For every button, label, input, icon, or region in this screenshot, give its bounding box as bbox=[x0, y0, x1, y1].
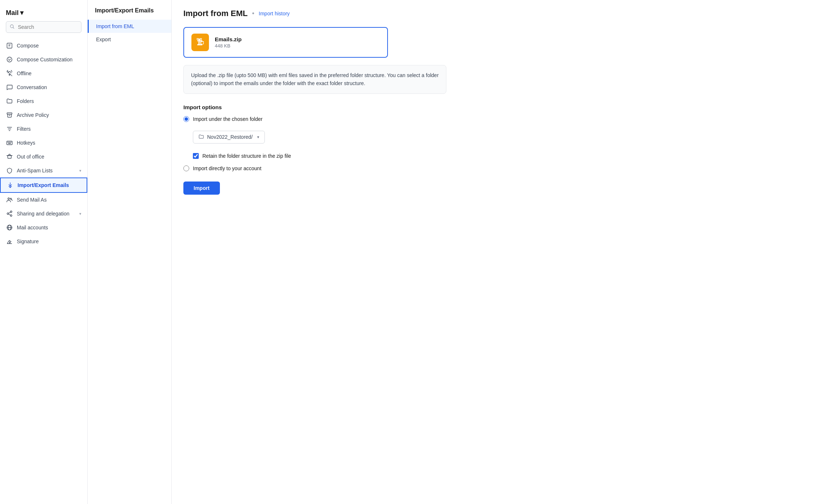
sidebar-item-import-export[interactable]: Import/Export Emails bbox=[0, 177, 87, 193]
sidebar-item-import-export-label: Import/Export Emails bbox=[18, 182, 81, 188]
sidebar-item-folders-label: Folders bbox=[17, 98, 81, 104]
offline-icon bbox=[6, 70, 13, 77]
sidebar-item-signature-label: Signature bbox=[17, 238, 81, 244]
search-input[interactable] bbox=[6, 21, 81, 33]
svg-point-21 bbox=[10, 198, 11, 199]
search-icon bbox=[9, 24, 15, 30]
anti-spam-chevron-icon: ▾ bbox=[79, 168, 81, 173]
checkbox-retain-label: Retain the folder structure in the zip f… bbox=[202, 153, 291, 159]
svg-point-23 bbox=[7, 213, 9, 215]
signature-icon bbox=[6, 238, 13, 245]
folder-select-chevron-icon: ▾ bbox=[257, 135, 259, 140]
folder-select[interactable]: Nov2022_Restored/ ▾ bbox=[193, 131, 265, 144]
svg-point-22 bbox=[10, 211, 12, 213]
file-card[interactable]: 🗜 Emails.zip 448 KB bbox=[183, 27, 388, 58]
sidebar-item-archive-policy[interactable]: Archive Policy bbox=[0, 108, 87, 122]
anti-spam-icon bbox=[6, 167, 13, 174]
sidebar-item-compose-customization-label: Compose Customization bbox=[17, 57, 81, 62]
filters-icon bbox=[6, 125, 13, 133]
middle-panel-title: Import/Export Emails bbox=[88, 7, 171, 20]
app-title-chevron: ▾ bbox=[20, 9, 23, 17]
send-mail-as-icon bbox=[6, 196, 13, 203]
svg-point-5 bbox=[7, 57, 12, 62]
middle-panel: Import/Export Emails Import from EML Exp… bbox=[88, 0, 172, 504]
svg-point-7 bbox=[9, 74, 10, 75]
folder-select-name: Nov2022_Restored/ bbox=[207, 134, 253, 140]
sidebar-item-hotkeys[interactable]: Hotkeys bbox=[0, 136, 87, 150]
radio-chosen-folder-input[interactable] bbox=[183, 116, 189, 122]
sidebar-item-sharing-delegation-label: Sharing and delegation bbox=[17, 211, 76, 217]
svg-rect-2 bbox=[7, 43, 12, 48]
file-info: Emails.zip 448 KB bbox=[215, 36, 241, 49]
file-size: 448 KB bbox=[215, 43, 241, 49]
middle-nav-import-eml[interactable]: Import from EML bbox=[88, 20, 171, 33]
file-zip-icon: 🗜 bbox=[191, 34, 209, 51]
sidebar-item-out-of-office[interactable]: Out of office bbox=[0, 150, 87, 164]
file-name: Emails.zip bbox=[215, 36, 241, 42]
search-box bbox=[6, 21, 81, 33]
sharing-chevron-icon: ▾ bbox=[79, 211, 81, 216]
sidebar-item-conversation[interactable]: Conversation bbox=[0, 80, 87, 94]
compose-icon bbox=[6, 42, 13, 49]
import-options-group: Import under the chosen folder Nov2022_R… bbox=[183, 116, 815, 171]
import-options-title: Import options bbox=[183, 104, 815, 110]
svg-point-24 bbox=[10, 215, 12, 217]
page-title: Import from EML bbox=[183, 9, 248, 18]
sidebar-item-offline-label: Offline bbox=[17, 70, 81, 76]
sidebar-item-compose-customization[interactable]: Compose Customization bbox=[0, 53, 87, 66]
compose-custom-icon bbox=[6, 56, 13, 63]
middle-nav-import-eml-label: Import from EML bbox=[96, 23, 134, 29]
main-content: Import from EML • Import history 🗜 Email… bbox=[172, 0, 827, 504]
sidebar: Mail ▾ Compose Compose Customization Off… bbox=[0, 0, 88, 504]
sidebar-item-conversation-label: Conversation bbox=[17, 84, 81, 90]
sidebar-item-compose-label: Compose bbox=[17, 43, 81, 49]
sidebar-item-send-mail-as[interactable]: Send Mail As bbox=[0, 193, 87, 207]
sidebar-item-folders[interactable]: Folders bbox=[0, 94, 87, 108]
svg-point-20 bbox=[8, 198, 10, 200]
sidebar-item-signature[interactable]: Signature bbox=[0, 234, 87, 248]
app-title[interactable]: Mail ▾ bbox=[6, 9, 81, 17]
radio-directly-label: Import directly to your account bbox=[193, 165, 262, 171]
folder-icon bbox=[198, 134, 204, 141]
conversation-icon bbox=[6, 84, 13, 91]
sidebar-item-anti-spam-label: Anti-Spam Lists bbox=[17, 168, 76, 173]
description-text: Upload the .zip file (upto 500 MB) with … bbox=[191, 72, 439, 86]
sidebar-item-filters[interactable]: Filters bbox=[0, 122, 87, 136]
radio-chosen-folder[interactable]: Import under the chosen folder bbox=[183, 116, 815, 122]
svg-line-25 bbox=[8, 212, 10, 213]
svg-line-26 bbox=[8, 214, 10, 215]
radio-chosen-folder-label: Import under the chosen folder bbox=[193, 116, 263, 122]
folders-icon bbox=[6, 98, 13, 105]
radio-directly-input[interactable] bbox=[183, 165, 189, 171]
out-of-office-icon bbox=[6, 153, 13, 160]
archive-icon bbox=[6, 111, 13, 119]
hotkeys-icon bbox=[6, 139, 13, 146]
sidebar-item-archive-policy-label: Archive Policy bbox=[17, 112, 81, 118]
middle-nav-export[interactable]: Export bbox=[88, 33, 171, 46]
sidebar-item-out-of-office-label: Out of office bbox=[17, 154, 81, 160]
page-header: Import from EML • Import history bbox=[183, 9, 815, 18]
sidebar-item-mail-accounts[interactable]: Mail accounts bbox=[0, 221, 87, 234]
sidebar-item-hotkeys-label: Hotkeys bbox=[17, 140, 81, 146]
app-title-text: Mail bbox=[6, 9, 19, 17]
import-button[interactable]: Import bbox=[183, 182, 220, 195]
mail-accounts-icon bbox=[6, 224, 13, 231]
sidebar-item-offline[interactable]: Offline bbox=[0, 66, 87, 80]
sidebar-item-send-mail-as-label: Send Mail As bbox=[17, 197, 81, 203]
sidebar-header: Mail ▾ bbox=[0, 6, 87, 39]
sidebar-item-anti-spam[interactable]: Anti-Spam Lists ▾ bbox=[0, 164, 87, 177]
sidebar-item-compose[interactable]: Compose bbox=[0, 39, 87, 53]
svg-rect-11 bbox=[7, 141, 12, 145]
checkbox-retain-input[interactable] bbox=[193, 153, 199, 159]
sharing-icon bbox=[6, 210, 13, 217]
svg-rect-9 bbox=[7, 113, 12, 114]
import-export-icon bbox=[7, 182, 14, 189]
sidebar-item-mail-accounts-label: Mail accounts bbox=[17, 225, 81, 230]
sidebar-item-sharing-delegation[interactable]: Sharing and delegation ▾ bbox=[0, 207, 87, 221]
radio-directly[interactable]: Import directly to your account bbox=[183, 165, 815, 171]
middle-nav-export-label: Export bbox=[96, 37, 111, 42]
header-dot: • bbox=[252, 10, 254, 18]
import-history-link[interactable]: Import history bbox=[259, 11, 290, 16]
description-box: Upload the .zip file (upto 500 MB) with … bbox=[183, 65, 446, 94]
checkbox-retain-structure[interactable]: Retain the folder structure in the zip f… bbox=[193, 153, 815, 159]
